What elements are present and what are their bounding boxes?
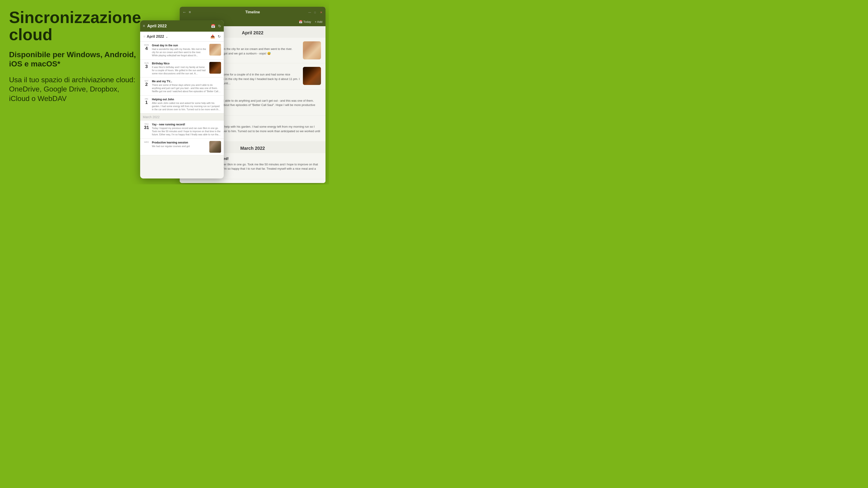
window-title: Timeline xyxy=(245,10,260,14)
phone-menu-icon[interactable]: ≡ xyxy=(143,24,145,28)
entry-body: Great day in the sun Had a wonderful day… xyxy=(152,44,208,57)
window-controls: — □ ✕ xyxy=(308,11,323,13)
phone-hamburger-icon[interactable]: ≡ xyxy=(143,35,145,39)
entry-body: Helping out John After work John called … xyxy=(152,98,221,111)
back-button[interactable]: ← xyxy=(182,10,186,15)
add-button[interactable]: + Add xyxy=(315,20,322,24)
close-button[interactable]: ✕ xyxy=(320,11,323,13)
entry-date: FRI 1 xyxy=(143,98,150,111)
calendar-icon: 📅 xyxy=(299,20,303,24)
day-num: 4 xyxy=(145,46,148,51)
entry-body: Yay - new running record! Today I topped… xyxy=(152,123,221,136)
timeline-titlebar: ← ≡ Timeline — □ ✕ xyxy=(180,7,326,18)
entry-image xyxy=(209,141,221,153)
entry-text: Today I topped my previous record and ra… xyxy=(152,127,221,136)
entry-title: Yay - new running record! xyxy=(152,123,221,126)
subtitle: Disponibile per Windows, Android, iOS e … xyxy=(9,50,140,68)
entry-date: SUN 3 xyxy=(143,62,150,75)
description: Usa il tuo spazio di archiviazione cloud… xyxy=(9,75,140,103)
today-button[interactable]: 📅 Today xyxy=(299,20,311,24)
list-item[interactable]: WED Productive learning session We had o… xyxy=(140,139,224,155)
entry-text: After work John called me and asked for … xyxy=(152,101,221,111)
list-item[interactable]: THU 31 Yay - new running record! Today I… xyxy=(140,121,224,139)
entry-text: There are some of these days where you a… xyxy=(152,84,221,93)
entry-date: SAT 2 xyxy=(143,80,150,93)
phone-calendar-icon[interactable]: 📅 xyxy=(211,24,215,28)
phone-topbar-right: 📅 ↻ xyxy=(211,24,221,28)
table-row[interactable]: Productive learning session We had our r… xyxy=(180,179,326,183)
march-separator: March 2022 xyxy=(140,113,224,121)
entry-body: Me and my TV... There are some of these … xyxy=(152,80,221,93)
entry-text: Had a wonderful day with my friends. We … xyxy=(152,47,208,57)
entry-body: Birthday Nico It was Nico's birthday and… xyxy=(152,62,208,75)
entry-image xyxy=(303,41,321,59)
phone-save-icon[interactable]: 📤 xyxy=(211,34,215,39)
day-num: 2 xyxy=(145,82,148,87)
list-item[interactable]: SUN 3 Birthday Nico It was Nico's birthd… xyxy=(140,60,224,78)
list-item[interactable]: SAT 2 Me and my TV... There are some of … xyxy=(140,77,224,96)
entry-image xyxy=(303,67,321,85)
chevron-down-icon[interactable]: ⌄ xyxy=(165,35,168,38)
phone-monthbar: ≡ April 2022 ⌄ 📤 ↻ xyxy=(140,32,224,41)
phone-refresh-icon[interactable]: ↻ xyxy=(218,24,221,28)
entry-title: Productive learning session xyxy=(152,141,208,144)
list-item[interactable]: FRI 1 Helping out John After work John c… xyxy=(140,96,224,113)
entry-image xyxy=(209,44,221,56)
phone-topbar: ≡ April 2022 📅 ↻ xyxy=(140,20,224,32)
phone-content[interactable]: MON 4 Great day in the sun Had a wonderf… xyxy=(140,41,224,178)
list-item[interactable]: MON 4 Great day in the sun Had a wonderf… xyxy=(140,41,224,60)
left-panel: Sincronizzazione cloud Disponibile per W… xyxy=(9,9,140,103)
day-num: 3 xyxy=(145,64,148,69)
entry-date: THU 31 xyxy=(143,123,150,136)
entry-body: Productive learning session We had our r… xyxy=(152,141,208,153)
entry-title: Helping out John xyxy=(152,98,221,101)
main-title: Sincronizzazione cloud xyxy=(9,9,140,43)
entry-text: It was Nico's birthday and I met my fami… xyxy=(152,66,208,75)
minimize-button[interactable]: — xyxy=(308,11,311,13)
phone-title: April 2022 xyxy=(147,24,166,29)
entry-title: Great day in the sun xyxy=(152,44,208,47)
day-name: WED xyxy=(144,141,149,143)
entry-date: WED xyxy=(143,141,150,153)
day-num: 1 xyxy=(145,100,148,105)
entry-title: Me and my TV... xyxy=(152,80,221,83)
phone-sync-icon[interactable]: ↻ xyxy=(218,34,221,39)
maximize-button[interactable]: □ xyxy=(314,11,317,13)
phone-window: ≡ April 2022 📅 ↻ ≡ April 2022 ⌄ 📤 ↻ MON xyxy=(140,20,224,178)
menu-button[interactable]: ≡ xyxy=(189,10,191,14)
entry-title: Birthday Nico xyxy=(152,62,208,65)
entry-image xyxy=(209,62,221,74)
phone-month-title: April 2022 xyxy=(147,35,164,39)
entry-text: We had our regular courses and got xyxy=(152,144,208,148)
phone-monthbar-icons: 📤 ↻ xyxy=(211,34,221,39)
day-num: 31 xyxy=(144,125,149,130)
entry-date: MON 4 xyxy=(143,44,150,57)
windows-container: ← ≡ Timeline — □ ✕ 📅 Today + Add April 2… xyxy=(140,7,326,183)
